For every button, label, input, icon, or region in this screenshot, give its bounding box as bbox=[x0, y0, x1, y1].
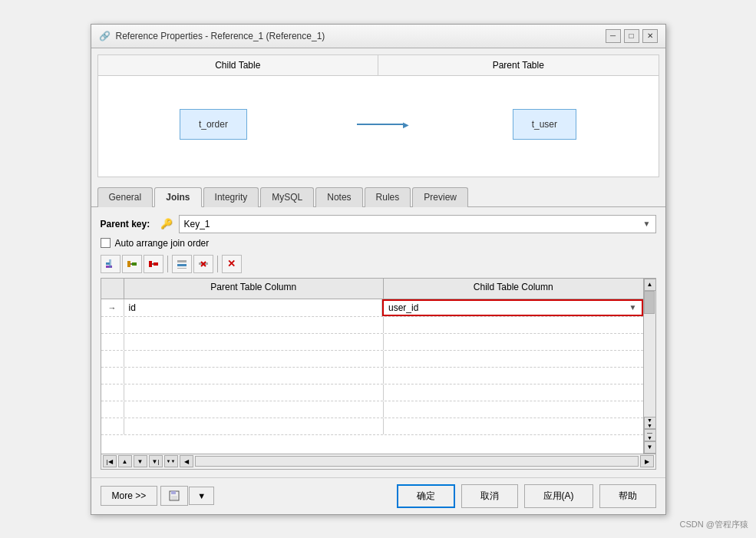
clear-button[interactable]: ✕ bbox=[222, 255, 242, 273]
close-button[interactable]: ✕ bbox=[642, 29, 658, 43]
svg-rect-10 bbox=[177, 264, 187, 266]
arrow-line bbox=[357, 124, 403, 125]
toolbar-row: ✕ bbox=[101, 255, 656, 273]
table-header: Parent Table Column Child Table Column bbox=[101, 279, 643, 299]
svg-rect-11 bbox=[177, 268, 187, 269]
child-col-cell[interactable] bbox=[384, 334, 643, 350]
scroll-first-button[interactable]: |◀ bbox=[103, 455, 117, 467]
save-icon bbox=[169, 490, 180, 501]
scroll-down-2-button[interactable]: —▼ bbox=[644, 429, 656, 441]
title-bar: 🔗 Reference Properties - Reference_1 (Re… bbox=[91, 25, 665, 48]
child-table-header: Child Table bbox=[98, 55, 379, 75]
svg-rect-4 bbox=[132, 262, 137, 266]
tab-mysql[interactable]: MySQL bbox=[260, 187, 314, 207]
joins-table: Parent Table Column Child Table Column →… bbox=[101, 278, 656, 454]
confirm-button[interactable]: 确定 bbox=[397, 484, 455, 508]
table-body: → id user_id ▼ bbox=[101, 299, 643, 454]
scroll-next-button[interactable]: ▼ bbox=[134, 455, 147, 467]
cell-value: user_id bbox=[388, 302, 418, 313]
parent-col-cell[interactable] bbox=[124, 368, 385, 384]
parent-key-row: Parent key: 🔑 Key_1 ▼ bbox=[101, 215, 656, 233]
delete-row-button[interactable] bbox=[193, 255, 213, 273]
tab-integrity[interactable]: Integrity bbox=[203, 187, 259, 207]
child-col-cell[interactable] bbox=[384, 401, 643, 418]
tab-general[interactable]: General bbox=[97, 187, 154, 207]
scroll-thumb[interactable] bbox=[644, 291, 655, 314]
table-row[interactable] bbox=[101, 368, 643, 385]
parent-col-cell[interactable] bbox=[124, 351, 385, 367]
apply-button[interactable]: 应用(A) bbox=[524, 484, 593, 508]
save-icon-button[interactable] bbox=[160, 486, 188, 506]
scroll-down-button[interactable]: ▼ bbox=[644, 441, 656, 454]
window-title: Reference Properties - Reference_1 (Refe… bbox=[116, 31, 325, 41]
table-row[interactable] bbox=[101, 317, 643, 334]
svg-rect-2 bbox=[109, 259, 111, 268]
scroll-down-1-button[interactable]: ▼▼ bbox=[644, 417, 656, 429]
key-dropdown[interactable]: Key_1 ▼ bbox=[179, 215, 656, 233]
child-col-cell[interactable] bbox=[384, 368, 643, 384]
tab-notes[interactable]: Notes bbox=[315, 187, 362, 207]
table-row[interactable] bbox=[101, 385, 643, 401]
scroll-up-button[interactable]: ▲ bbox=[644, 279, 656, 291]
hscroll-track[interactable] bbox=[195, 456, 639, 467]
svg-rect-16 bbox=[171, 491, 176, 494]
table-row[interactable] bbox=[101, 418, 643, 435]
row-arrow-cell bbox=[101, 334, 124, 350]
help-button[interactable]: 帮助 bbox=[599, 484, 656, 508]
minimize-button[interactable]: ─ bbox=[606, 29, 621, 43]
footer-area: More >> ▼ 确定 取消 应用(A) 帮助 bbox=[91, 477, 665, 514]
window-controls: ─ □ ✕ bbox=[606, 29, 658, 43]
child-col-cell[interactable]: user_id ▼ bbox=[382, 299, 643, 316]
child-col-cell[interactable] bbox=[384, 317, 643, 333]
insert-row-button[interactable] bbox=[172, 255, 192, 273]
scroll-hforward-button[interactable]: ▶ bbox=[640, 455, 654, 467]
save-button-group: ▼ bbox=[160, 486, 214, 506]
app-icon: 🔗 bbox=[99, 30, 111, 42]
diagram-area: Child Table Parent Table t_order t_user bbox=[97, 54, 659, 177]
child-col-cell[interactable] bbox=[384, 351, 643, 367]
more-button[interactable]: More >> bbox=[101, 486, 158, 506]
parent-col-cell[interactable]: id bbox=[124, 299, 383, 316]
table-row[interactable] bbox=[101, 401, 643, 418]
tab-preview[interactable]: Preview bbox=[412, 187, 468, 207]
row-arrow-cell bbox=[101, 351, 124, 367]
parent-col-cell[interactable] bbox=[124, 334, 385, 350]
scroll-left-button[interactable]: ▼▼ bbox=[164, 455, 178, 467]
arrow-col-header bbox=[101, 279, 124, 299]
row-arrow-cell bbox=[101, 401, 124, 418]
add-row-button[interactable] bbox=[101, 255, 120, 273]
save-dropdown-button[interactable]: ▼ bbox=[189, 487, 214, 505]
table-main: Parent Table Column Child Table Column →… bbox=[101, 279, 643, 454]
table-row[interactable] bbox=[101, 334, 643, 351]
cancel-button[interactable]: 取消 bbox=[461, 484, 518, 508]
parent-col-cell[interactable] bbox=[124, 401, 385, 418]
child-col-cell[interactable] bbox=[384, 418, 643, 434]
svg-rect-3 bbox=[127, 261, 130, 267]
auto-arrange-row: Auto arrange join order bbox=[101, 238, 656, 249]
scroll-track bbox=[644, 291, 655, 417]
toolbar-separator-1 bbox=[167, 256, 168, 272]
scroll-hback-button[interactable]: ◀ bbox=[180, 455, 193, 467]
restore-button[interactable]: □ bbox=[624, 29, 639, 43]
parent-col-header: Parent Table Column bbox=[124, 279, 385, 299]
parent-col-cell[interactable] bbox=[124, 385, 385, 401]
vertical-scrollbar[interactable]: ▲ ▼▼ —▼ ▼ bbox=[643, 279, 655, 454]
svg-rect-17 bbox=[171, 496, 177, 500]
row-arrow-cell bbox=[101, 385, 124, 401]
scroll-last-button[interactable]: ▼| bbox=[149, 455, 163, 467]
tab-joins[interactable]: Joins bbox=[154, 187, 201, 207]
table-row[interactable]: → id user_id ▼ bbox=[101, 299, 643, 317]
table-row[interactable] bbox=[101, 351, 643, 368]
scroll-prev-button[interactable]: ▲ bbox=[118, 455, 132, 467]
parent-col-cell[interactable] bbox=[124, 317, 385, 333]
tab-rules[interactable]: Rules bbox=[365, 187, 411, 207]
horizontal-scroll-area: |◀ ▲ ▼ ▼| ▼▼ ◀ ▶ bbox=[101, 454, 656, 470]
child-col-cell[interactable] bbox=[384, 385, 643, 401]
parent-table-header: Parent Table bbox=[378, 55, 659, 75]
toolbar-btn-3[interactable] bbox=[144, 255, 163, 273]
auto-arrange-checkbox[interactable] bbox=[101, 238, 111, 248]
toolbar-btn-2[interactable] bbox=[122, 255, 142, 273]
row-arrow-cell bbox=[101, 418, 124, 434]
parent-col-cell[interactable] bbox=[124, 418, 385, 434]
watermark: CSDN @管程序猿 bbox=[680, 519, 748, 530]
